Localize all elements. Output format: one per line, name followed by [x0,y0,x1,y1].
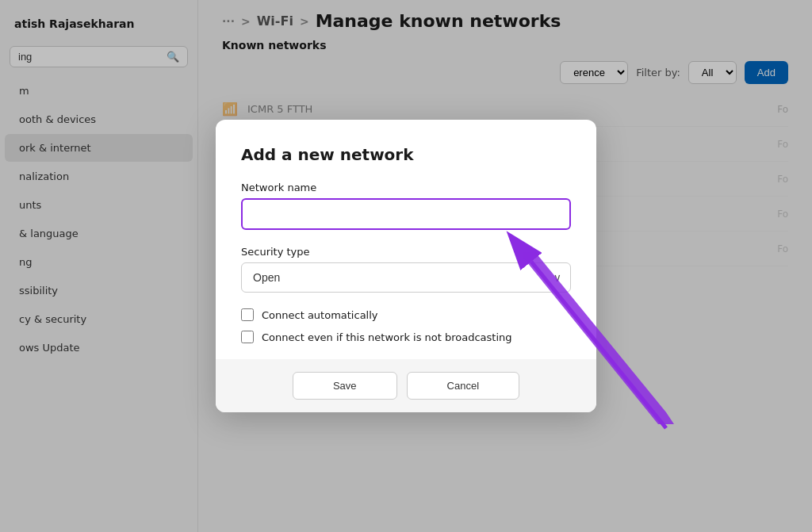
connect-broadcast-label[interactable]: Connect even if this network is not broa… [262,331,512,343]
dialog-footer: Save Cancel [216,359,596,412]
add-network-dialog: Add a new network Network name Security … [216,120,596,412]
connect-auto-checkbox[interactable] [241,308,254,321]
security-type-label: Security type [241,246,571,258]
connect-auto-row: Connect automatically [241,308,571,321]
dialog-title: Add a new network [241,145,571,164]
network-name-field-label: Network name [241,182,571,193]
dialog-overlay: Add a new network Network name Security … [0,0,812,532]
connect-broadcast-row: Connect even if this network is not broa… [241,331,571,343]
connect-broadcast-checkbox[interactable] [241,331,254,343]
security-select-wrapper: Open WPA2-Personal WPA3-Personal WEP ∨ [241,262,571,293]
cancel-button[interactable]: Cancel [407,372,519,400]
security-type-select[interactable]: Open WPA2-Personal WPA3-Personal WEP [241,262,571,293]
connect-auto-label[interactable]: Connect automatically [262,309,378,321]
network-name-field[interactable] [241,198,571,230]
save-button[interactable]: Save [293,372,397,400]
